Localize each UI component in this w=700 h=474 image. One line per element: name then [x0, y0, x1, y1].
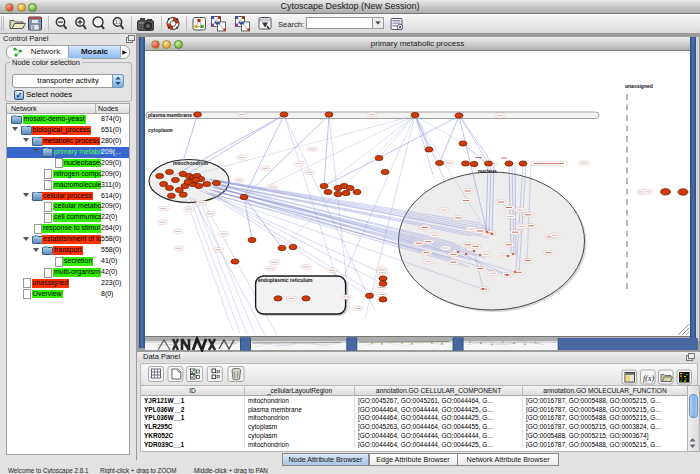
svg-text:endoplasmic reticulum: endoplasmic reticulum — [258, 277, 313, 283]
svg-text:plasma membrane: plasma membrane — [148, 112, 192, 118]
svg-text:mitochondrion: mitochondrion — [173, 160, 208, 166]
svg-text:cytoplasm: cytoplasm — [148, 127, 173, 133]
svg-text:nucleus: nucleus — [478, 168, 497, 174]
svg-text:f(x): f(x) — [643, 374, 654, 383]
svg-text:unassigned: unassigned — [625, 83, 653, 89]
svg-text:1:1: 1:1 — [115, 20, 122, 25]
svg-text:Search:: Search: — [278, 20, 304, 29]
